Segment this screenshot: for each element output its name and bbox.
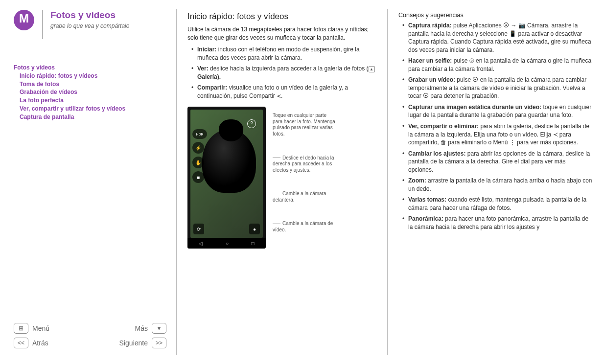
bullet-label: Iniciar: (197, 46, 216, 53)
tip-item: Grabar un vídeo: pulse ⦿ en la pantalla … (404, 76, 592, 100)
tip-label: Ver, compartir o eliminar: (408, 123, 479, 130)
video-mode-icon[interactable]: ■ (192, 171, 204, 183)
photo-subject-dog (202, 129, 256, 193)
next-icon[interactable]: >> (152, 338, 166, 348)
toc-item[interactable]: La foto perfecta (20, 96, 166, 105)
back-button[interactable]: Atrás (32, 339, 57, 347)
tip-item: Varias tomas: cuando esté listo, manteng… (404, 196, 592, 212)
callout-text: Toque en cualquier parte para hacer la f… (273, 113, 336, 137)
header-divider (42, 10, 43, 39)
flash-icon[interactable]: ⚡ (192, 142, 204, 154)
list-item: Ver: deslice hacia la izquierda para acc… (193, 65, 378, 81)
tip-item: Ver, compartir o eliminar: para abrir la… (404, 122, 592, 147)
page-title: Fotos y vídeos (50, 10, 129, 21)
tip-item: Zoom: arrastre la pantalla de la cámara … (404, 177, 592, 193)
phone-mockup: ? HDR ⚡ ✋ ■ ⟳ ● ◁ ○ □ (187, 107, 266, 249)
motorola-logo (14, 10, 34, 30)
tip-label: Captura rápida: (408, 22, 452, 29)
camera-viewfinder: ? HDR ⚡ ✋ ■ ⟳ ● (190, 110, 263, 238)
toc-item[interactable]: Captura de pantalla (20, 113, 166, 121)
tips-title: Consejos y sugerencias (398, 12, 592, 19)
back-icon[interactable]: << (14, 338, 28, 348)
intro-text: Utilice la cámara de 13 megapíxeles para… (187, 25, 378, 42)
more-button[interactable]: Más (123, 324, 148, 332)
tip-label: Varias tomas: (408, 196, 446, 203)
section-title: Inicio rápido: fotos y vídeos (187, 12, 378, 22)
nav-home-icon[interactable]: ○ (226, 241, 229, 246)
toc-root[interactable]: Fotos y vídeos (14, 64, 166, 72)
tip-label: Panorámica: (408, 215, 443, 222)
bullet-tail: Galería). (197, 73, 221, 80)
list-item: Iniciar: incluso con el teléfono en modo… (193, 46, 378, 62)
tip-item: Hacer un selfie: pulse ⦾ en la pantalla … (404, 57, 592, 73)
hdr-icon[interactable]: HDR (192, 129, 207, 139)
tip-label: Zoom: (408, 177, 426, 184)
gallery-icon: ▲ (369, 66, 375, 72)
figure-callouts: Toque en cualquier parte para hacer la f… (273, 107, 336, 249)
list-item: Compartir: visualice una foto o un vídeo… (193, 84, 378, 100)
tip-item: Cambiar los ajustes: para abrir las opci… (404, 150, 592, 174)
bullet-label: Ver: (197, 65, 209, 72)
tip-label: Hacer un selfie: (408, 57, 452, 64)
bullet-text: incluso con el teléfono en modo de suspe… (197, 46, 360, 61)
toc-item[interactable]: Inicio rápido: fotos y vídeos (20, 72, 166, 80)
page-subtitle: grabe lo que vea y compártalo (50, 23, 129, 29)
tip-item: Captura rápida: pulse Aplicaciones ⦿ → 📷… (404, 22, 592, 54)
help-icon[interactable]: ? (247, 119, 256, 128)
tip-label: Grabar un vídeo: (408, 76, 455, 83)
toc-item[interactable]: Grabación de vídeos (20, 88, 166, 96)
toc-item[interactable]: Ver, compartir y utilizar fotos y vídeos (20, 105, 166, 113)
nav-recent-icon[interactable]: □ (252, 241, 255, 246)
next-button[interactable]: Siguiente (119, 339, 148, 347)
menu-icon[interactable]: ⊞ (14, 323, 28, 334)
bullet-text: deslice hacia la izquierda para acceder … (209, 65, 369, 72)
tip-label: Capturar una imagen estática durante un … (408, 104, 541, 111)
callout-text: Deslice el dedo hacia la derecha para ac… (273, 155, 334, 173)
record-icon[interactable]: ● (249, 224, 260, 234)
more-icon[interactable]: ▾ (152, 323, 166, 334)
tip-text: arrastre la pantalla de la cámara hacia … (408, 177, 592, 192)
tip-item: Capturar una imagen estática durante un … (404, 103, 592, 119)
callout-text: Cambie a la cámara delantera. (273, 191, 326, 203)
share-icon: ≺ (277, 92, 281, 100)
callout-text: Cambie a la cámara de vídeo. (273, 221, 333, 232)
nav-back-icon[interactable]: ◁ (199, 241, 203, 246)
table-of-contents: Fotos y vídeos Inicio rápido: fotos y ví… (14, 64, 166, 121)
tip-item: Panorámica: para hacer una foto panorámi… (404, 215, 592, 231)
toc-item[interactable]: Toma de fotos (20, 80, 166, 89)
menu-button[interactable]: Menú (32, 324, 57, 332)
touch-icon[interactable]: ✋ (192, 157, 204, 168)
bullet-label: Compartir: (197, 84, 227, 91)
bullet-tail: . (281, 92, 282, 99)
switch-camera-icon[interactable]: ⟳ (193, 224, 204, 234)
android-nav-bar: ◁ ○ □ (187, 238, 266, 249)
tip-label: Cambiar los ajustes: (408, 150, 465, 157)
